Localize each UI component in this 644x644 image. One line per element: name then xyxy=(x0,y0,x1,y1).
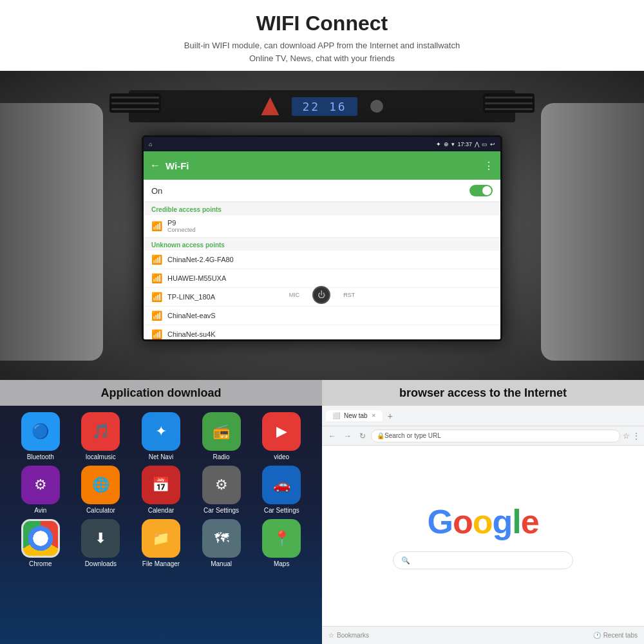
carsettings2-app-icon: 🚗 xyxy=(262,466,301,504)
netnavi-app-name: Net Navi xyxy=(149,453,173,460)
app-item-carsettings2[interactable]: 🚗 Car Settings xyxy=(254,466,309,514)
network-name: P9 xyxy=(167,219,196,227)
wifi-network-huawei[interactable]: 📶 HUAWEI-M55UXA xyxy=(144,269,500,288)
app-item-chrome[interactable]: ◉ Chrome xyxy=(13,519,68,567)
app-item-localmusic[interactable]: 🎵 localmusic xyxy=(73,412,129,460)
bookmark-button[interactable]: ☆ xyxy=(623,431,630,440)
tab-close-button[interactable]: ✕ xyxy=(372,413,376,419)
back-nav-button[interactable]: ← xyxy=(326,430,339,442)
wifi-toggle[interactable] xyxy=(469,185,493,196)
wifi-menu-button[interactable]: ⋮ xyxy=(484,160,494,172)
browser-toolbar: ← → ↻ 🔒 Search or type URL ☆ ⋮ xyxy=(322,426,644,446)
dashboard-bar: 22 16 xyxy=(129,90,515,122)
wifi-header-bar: ← Wi-Fi ⋮ xyxy=(144,151,500,180)
browser-menu-button[interactable]: ⋮ xyxy=(632,431,640,440)
calculator-app-icon: 🌐 xyxy=(81,466,120,504)
localmusic-app-name: localmusic xyxy=(86,453,116,460)
chrome-tab-newtab[interactable]: ⬜ New tab ✕ xyxy=(326,410,383,421)
wifi-on-label: On xyxy=(151,186,162,196)
avin-app-icon: ⚙ xyxy=(21,466,60,504)
filemanager-app-name: File Manager xyxy=(142,560,180,567)
time-display: 17:37 xyxy=(457,141,472,147)
calculator-app-name: Calculator xyxy=(86,507,115,514)
network-name-4: TP-LINK_180A xyxy=(167,293,215,301)
wifi-signal-icon-2: 📶 xyxy=(151,254,162,265)
app-item-manual[interactable]: 🗺 Manual xyxy=(194,519,249,567)
app-item-filemanager[interactable]: 📁 File Manager xyxy=(133,519,189,567)
chrome-tab-bar: ⬜ New tab ✕ + xyxy=(322,406,644,426)
back-icon: ↩ xyxy=(490,141,495,147)
network-status: Connected xyxy=(167,227,196,233)
chrome-app-name: Chrome xyxy=(29,560,52,567)
avin-app-name: Avin xyxy=(34,507,46,514)
app-item-calculator[interactable]: 🌐 Calculator xyxy=(73,466,129,514)
downloads-app-name: Downloads xyxy=(85,560,117,567)
app-item-video[interactable]: ▶ video xyxy=(254,412,309,460)
wifi-network-p9[interactable]: 📶 P9 Connected xyxy=(144,215,500,238)
forward-nav-button[interactable]: → xyxy=(341,430,354,442)
left-seat xyxy=(0,103,103,361)
calendar-app-name: Calendar xyxy=(148,507,175,514)
wifi-signal-icon-5: 📶 xyxy=(151,310,162,321)
video-app-name: video xyxy=(274,453,289,460)
camera-button xyxy=(370,100,383,113)
network-name-6: ChinaNet-su4K xyxy=(167,330,216,338)
app-item-netnavi[interactable]: ✦ Net Navi xyxy=(133,412,189,460)
carsettings2-app-name: Car Settings xyxy=(264,507,299,514)
android-statusbar: ⌂ ✦ ⊕ ▾ 17:37 ⋀ ▭ ↩ xyxy=(144,137,500,151)
car-infotainment-screen[interactable]: ⌂ ✦ ⊕ ▾ 17:37 ⋀ ▭ ↩ ← Wi-Fi ⋮ On xyxy=(142,135,502,341)
carsettings1-app-name: Car Settings xyxy=(204,507,239,514)
downloads-app-icon: ⬇ xyxy=(81,519,120,558)
netnavi-app-icon: ✦ xyxy=(142,412,180,451)
google-search-box[interactable]: 🔍 xyxy=(393,551,573,569)
wifi-network-chinanet-su4k[interactable]: 📶 ChinaNet-su4K xyxy=(144,325,500,339)
browser-panel: ⬜ New tab ✕ + ← → ↻ 🔒 Search or type URL… xyxy=(322,380,644,644)
wifi-network-chinanet-2[interactable]: 📶 ChinaNet-2.4G-FA80 xyxy=(144,251,500,269)
new-tab-button[interactable]: + xyxy=(385,411,395,421)
wifi-signal-icon: 📶 xyxy=(151,221,162,231)
browser-access-label: browser access to the Internet xyxy=(322,380,644,406)
back-button[interactable]: ← xyxy=(150,160,160,171)
chrome-app-icon: ◉ xyxy=(21,519,60,558)
credible-section-label: Credible access points xyxy=(144,202,500,215)
vent-right xyxy=(483,93,535,113)
app-item-bluetooth[interactable]: 🔵 Bluetooth xyxy=(13,412,68,460)
search-icon: 🔍 xyxy=(401,556,410,565)
wifi-network-chinanet-eavs[interactable]: 📶 ChinaNet-eavS xyxy=(144,307,500,325)
bluetooth-app-icon: 🔵 xyxy=(21,412,60,451)
browser-content-area: Google 🔍 xyxy=(322,446,644,626)
vent-left xyxy=(109,93,161,113)
app-grid: 🔵 Bluetooth 🎵 localmusic ✦ Net Navi 📻 Ra… xyxy=(13,412,309,567)
right-seat xyxy=(541,103,644,361)
clock-display: 22 16 xyxy=(292,97,357,116)
maps-app-icon: 📍 xyxy=(262,519,301,558)
app-item-calendar[interactable]: 📅 Calendar xyxy=(133,466,189,514)
carsettings1-app-icon: ⚙ xyxy=(202,466,241,504)
radio-app-icon: 📻 xyxy=(202,412,241,451)
page-title: WIFI Connect xyxy=(39,12,605,35)
app-item-avin[interactable]: ⚙ Avin xyxy=(13,466,68,514)
app-item-maps[interactable]: 📍 Maps xyxy=(254,519,309,567)
wifi-toggle-row: On xyxy=(144,180,500,202)
home-icon: ⌂ xyxy=(149,141,152,147)
url-bar[interactable]: 🔒 Search or type URL xyxy=(371,430,620,442)
manual-app-name: Manual xyxy=(211,560,232,567)
recent-tabs-item[interactable]: 🕐 Recent tabs xyxy=(593,632,638,639)
bottom-section: Application download browser access to t… xyxy=(0,380,644,644)
refresh-nav-button[interactable]: ↻ xyxy=(357,430,368,442)
power-button[interactable]: ⏻ xyxy=(312,286,330,304)
url-text: Search or type URL xyxy=(384,432,441,439)
bookmarks-item[interactable]: ☆ Bookmarks xyxy=(328,632,369,639)
hazard-button[interactable] xyxy=(261,97,279,115)
tab-title: New tab xyxy=(344,412,368,419)
app-item-radio[interactable]: 📻 Radio xyxy=(194,412,249,460)
app-item-carsettings1[interactable]: ⚙ Car Settings xyxy=(194,466,249,514)
google-logo: Google xyxy=(427,502,538,541)
network-name-5: ChinaNet-eavS xyxy=(167,312,216,319)
app-item-downloads[interactable]: ⬇ Downloads xyxy=(73,519,129,567)
recent-tabs-icon: 🕐 xyxy=(593,632,601,639)
bottom-labels: Application download browser access to t… xyxy=(0,380,644,406)
bluetooth-icon: ✦ xyxy=(436,141,441,147)
app-download-label: Application download xyxy=(0,380,322,406)
maps-app-name: Maps xyxy=(274,560,289,567)
